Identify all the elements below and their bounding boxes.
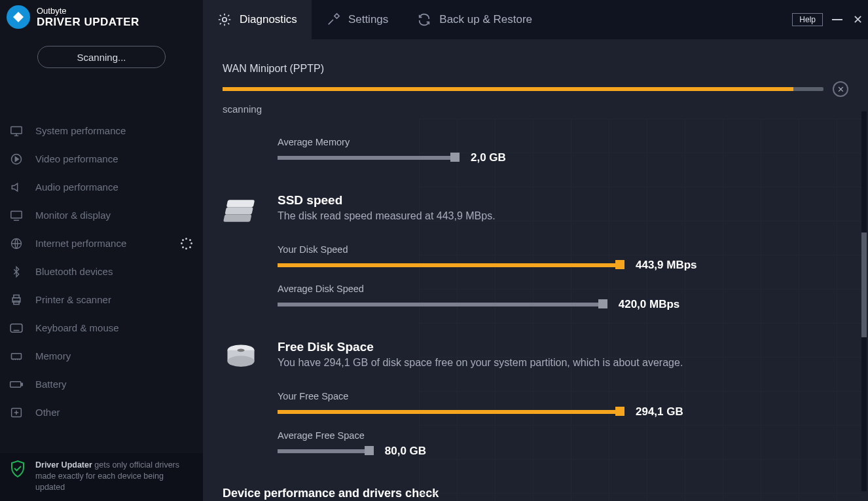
app-logo: Outbyte DRIVER UPDATER — [0, 0, 203, 31]
section-title: Free Disk Space — [278, 340, 683, 354]
svg-rect-13 — [225, 207, 253, 214]
svg-rect-15 — [223, 215, 251, 222]
metric-value: 420,0 MBps — [619, 298, 680, 311]
metric-value: 294,1 GB — [636, 405, 683, 418]
sidebar-item-label: Printer & scanner — [35, 294, 111, 305]
battery-icon — [9, 377, 24, 392]
svg-rect-9 — [10, 381, 21, 386]
diagnostics-content: Average Memory 2,0 GB SSD speed The disk… — [203, 119, 868, 501]
svg-point-12 — [223, 18, 226, 22]
metric-bar — [278, 410, 621, 414]
sidebar-item-internet-performance[interactable]: Internet performance — [0, 229, 203, 257]
metric-bar — [278, 303, 604, 306]
display-icon — [9, 208, 24, 223]
sidebar-nav: System performance Video performance Aud… — [0, 117, 203, 426]
sidebar-item-battery[interactable]: Battery — [0, 370, 203, 398]
minimize-button[interactable] — [832, 19, 842, 20]
sidebar-item-label: System performance — [35, 125, 126, 136]
sidebar-item-other[interactable]: Other — [0, 398, 203, 426]
scan-button[interactable]: Scanning... — [37, 46, 166, 68]
tab-label: Back up & Restore — [439, 13, 532, 26]
brand-name: Outbyte — [37, 6, 139, 16]
svg-point-18 — [227, 356, 254, 367]
gear-icon — [217, 12, 232, 27]
sidebar-item-label: Video performance — [35, 153, 118, 164]
sidebar-item-label: Bluetooth devices — [35, 266, 113, 277]
metric-bar — [278, 263, 621, 267]
logo-icon — [7, 5, 30, 29]
svg-rect-0 — [11, 126, 22, 134]
sidebar-footer: Driver Updater gets only official driver… — [0, 453, 203, 501]
sidebar-item-system-performance[interactable]: System performance — [0, 117, 203, 145]
metric-bar — [278, 449, 371, 453]
svg-rect-2 — [11, 211, 22, 218]
section-title: SSD speed — [278, 193, 496, 208]
average-free-space-row: Average Free Space 80,0 GB — [278, 430, 868, 458]
main-panel: Diagnostics Settings Back up & Restore H… — [203, 0, 868, 501]
metric-label: Average Memory — [278, 137, 868, 147]
sidebar-item-monitor-display[interactable]: Monitor & display — [0, 201, 203, 229]
metric-label: Your Free Space — [278, 391, 868, 401]
svg-rect-14 — [226, 200, 255, 207]
sidebar-item-keyboard-mouse[interactable]: Keyboard & mouse — [0, 314, 203, 342]
sidebar-item-label: Battery — [35, 379, 67, 390]
help-button[interactable]: Help — [792, 13, 823, 26]
metric-label: Average Free Space — [278, 430, 868, 441]
your-free-space-row: Your Free Space 294,1 GB — [278, 391, 868, 418]
tab-settings[interactable]: Settings — [312, 0, 403, 39]
scrollbar-thumb[interactable] — [861, 232, 867, 337]
sidebar-item-label: Audio performance — [35, 181, 118, 193]
close-window-button[interactable]: ✕ — [852, 12, 864, 27]
svg-rect-6 — [14, 301, 19, 304]
metric-value: 2,0 GB — [471, 151, 506, 164]
metric-value: 80,0 GB — [385, 445, 426, 458]
refresh-icon — [417, 12, 431, 27]
average-disk-speed-row: Average Disk Speed 420,0 MBps — [278, 284, 868, 311]
sidebar-item-label: Keyboard & mouse — [35, 322, 119, 333]
ssd-speed-section: SSD speed The disk read speed measured a… — [223, 193, 868, 311]
printer-icon — [9, 293, 24, 307]
svg-rect-7 — [10, 324, 22, 331]
monitor-icon — [9, 124, 24, 138]
sidebar-item-label: Monitor & display — [35, 210, 111, 221]
globe-icon — [9, 236, 24, 251]
cancel-scan-button[interactable]: ✕ — [833, 81, 848, 97]
tab-backup-restore[interactable]: Back up & Restore — [403, 0, 547, 39]
memory-icon — [9, 349, 24, 363]
free-disk-space-section: Free Disk Space You have 294,1 GB of dis… — [223, 340, 868, 458]
sidebar-item-printer-scanner[interactable]: Printer & scanner — [0, 286, 203, 314]
svg-rect-5 — [14, 295, 19, 297]
sidebar-item-bluetooth-devices[interactable]: Bluetooth devices — [0, 257, 203, 286]
keyboard-icon — [9, 321, 24, 335]
shield-check-icon — [9, 460, 26, 478]
bluetooth-icon — [9, 265, 24, 279]
top-tabs: Diagnostics Settings Back up & Restore H… — [203, 0, 868, 39]
tab-diagnostics[interactable]: Diagnostics — [203, 0, 312, 39]
metric-bar — [278, 156, 456, 160]
metric-value: 443,9 MBps — [636, 259, 697, 272]
tab-label: Settings — [348, 13, 388, 26]
sidebar-item-video-performance[interactable]: Video performance — [0, 145, 203, 173]
tab-label: Diagnostics — [240, 13, 297, 26]
svg-rect-10 — [22, 383, 23, 385]
sidebar-item-label: Internet performance — [35, 238, 126, 249]
sidebar-item-label: Memory — [35, 350, 71, 362]
speaker-icon — [9, 180, 24, 195]
sidebar-item-memory[interactable]: Memory — [0, 342, 203, 370]
scan-status: WAN Miniport (PPTP) ✕ scanning — [203, 39, 868, 119]
sidebar-item-audio-performance[interactable]: Audio performance — [0, 173, 203, 201]
sidebar-item-label: Other — [35, 407, 60, 418]
scan-progress-bar — [223, 87, 823, 91]
section-desc: You have 294,1 GB of disk space free on … — [278, 357, 683, 369]
loading-spinner-icon — [181, 238, 192, 250]
scan-item-title: WAN Miniport (PPTP) — [223, 63, 848, 75]
metric-label: Your Disk Speed — [278, 244, 868, 255]
footer-text: Driver Updater gets only official driver… — [35, 460, 194, 493]
average-memory-row: Average Memory 2,0 GB — [278, 137, 868, 164]
ssd-icon — [223, 196, 262, 229]
plus-box-icon — [9, 405, 24, 420]
tools-icon — [326, 12, 340, 27]
your-disk-speed-row: Your Disk Speed 443,9 MBps — [278, 244, 868, 272]
section-desc: The disk read speed measured at 443,9 MB… — [278, 210, 496, 222]
play-circle-icon — [9, 152, 24, 166]
